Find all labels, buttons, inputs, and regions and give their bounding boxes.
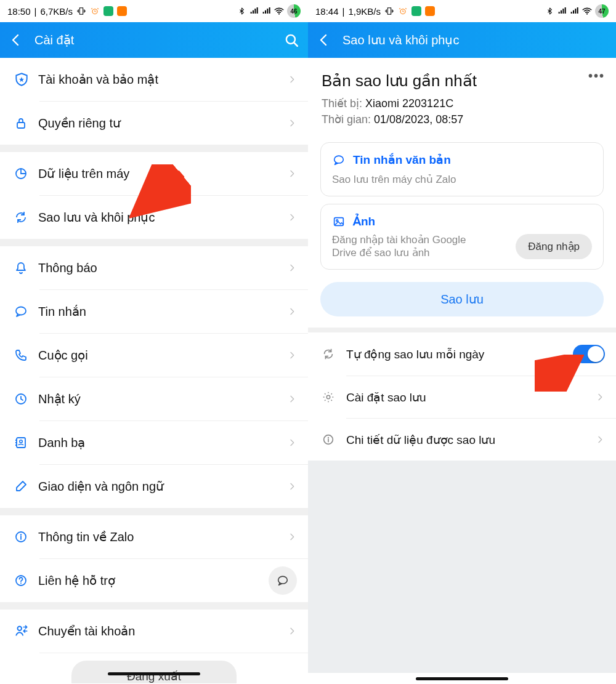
backup-header: Sao lưu và khôi phục <box>308 22 616 58</box>
search-icon[interactable] <box>283 32 299 48</box>
status-bar: 18:50 | 6,7KB/s 46 <box>0 0 308 22</box>
chevron-right-icon <box>287 118 297 128</box>
phone-icon <box>14 348 38 363</box>
chat-shortcut-icon[interactable] <box>269 566 297 595</box>
row-support[interactable]: Liên hệ hỗ trợ <box>0 559 308 602</box>
wifi-icon <box>274 6 285 17</box>
row-notification[interactable]: Thông báo <box>0 246 308 289</box>
app-badge-icon <box>425 6 435 16</box>
image-icon <box>332 215 346 228</box>
bell-icon <box>14 260 38 275</box>
header-title: Cài đặt <box>34 33 272 47</box>
status-net: 1,9KB/s <box>348 6 381 17</box>
message-icon <box>332 153 346 167</box>
brush-icon <box>14 479 38 494</box>
row-data-on-device[interactable]: Dữ liệu trên máy <box>0 152 308 195</box>
alarm-icon <box>398 6 408 16</box>
info-icon <box>14 529 38 544</box>
auto-backup-toggle[interactable] <box>573 345 605 363</box>
header-title: Sao lưu và khôi phục <box>342 33 607 47</box>
pie-icon <box>14 166 38 181</box>
row-backup-detail[interactable]: Chi tiết dữ liệu được sao lưu <box>308 419 616 461</box>
settings-header: Cài đặt <box>0 22 308 58</box>
signal-icon <box>569 6 579 16</box>
gear-icon <box>322 390 346 404</box>
app-badge-icon <box>411 6 421 16</box>
sync-icon <box>322 347 346 361</box>
vibrate-icon <box>384 6 394 16</box>
login-button[interactable]: Đăng nhập <box>516 234 592 259</box>
right-phone: 18:44 | 1,9KB/s 47 Sao lưu và khôi phục … <box>308 0 616 684</box>
backup-button[interactable]: Sao lưu <box>320 282 604 316</box>
status-net: 6,7KB/s <box>40 6 73 17</box>
row-backup-settings[interactable]: Cài đặt sao lưu <box>308 376 616 418</box>
sync-icon <box>14 210 38 225</box>
row-auto-backup[interactable]: Tự động sao lưu mỗi ngày <box>308 332 616 376</box>
message-icon <box>14 304 38 319</box>
chevron-right-icon <box>287 169 297 179</box>
chevron-right-icon <box>595 435 605 445</box>
vibrate-icon <box>76 6 86 16</box>
row-switch-account[interactable]: Chuyển tài khoản <box>0 610 308 653</box>
wifi-icon <box>582 6 593 17</box>
alarm-icon <box>90 6 100 16</box>
card-text-messages[interactable]: Tin nhắn văn bản Sao lưu trên máy chủ Za… <box>320 142 604 196</box>
row-diary[interactable]: Nhật ký <box>0 377 308 420</box>
empty-area <box>308 461 616 673</box>
status-time: 18:50 <box>7 6 31 17</box>
row-backup-restore[interactable]: Sao lưu và khôi phục <box>0 196 308 239</box>
last-backup-section: ••• Bản sao lưu gần nhất Thiết bị: Xiaom… <box>308 58 616 135</box>
card-photos: Ảnh Đăng nhập tài khoản Google Drive để … <box>320 204 604 270</box>
chevron-right-icon <box>287 532 297 542</box>
status-time: 18:44 <box>315 6 339 17</box>
app-badge-icon <box>103 6 113 16</box>
nav-indicator <box>416 677 508 680</box>
chevron-right-icon <box>287 481 297 491</box>
lock-icon <box>14 116 38 131</box>
chevron-right-icon <box>595 392 605 402</box>
chevron-right-icon <box>287 350 297 360</box>
row-about[interactable]: Thông tin về Zalo <box>0 515 308 558</box>
contacts-icon <box>14 435 38 450</box>
row-ui-language[interactable]: Giao diện và ngôn ngữ <box>0 465 308 508</box>
chevron-right-icon <box>287 438 297 448</box>
chevron-right-icon <box>287 626 297 636</box>
chevron-right-icon <box>287 263 297 273</box>
section-heading: Bản sao lưu gần nhất <box>322 71 602 91</box>
shield-icon <box>14 71 38 87</box>
app-badge-icon <box>117 6 127 16</box>
time-meta: Thời gian: 01/08/2023, 08:57 <box>322 113 602 126</box>
clock-icon <box>14 392 38 406</box>
chevron-right-icon <box>287 394 297 404</box>
back-icon[interactable] <box>9 33 23 47</box>
battery-indicator: 47 <box>595 4 609 18</box>
signal-icon <box>557 6 567 16</box>
chevron-right-icon <box>287 307 297 316</box>
row-calls[interactable]: Cuộc gọi <box>0 334 308 377</box>
battery-indicator: 46 <box>287 4 301 18</box>
info-icon <box>322 433 346 446</box>
bluetooth-icon <box>546 7 554 15</box>
chevron-right-icon <box>287 212 297 222</box>
help-icon <box>14 573 38 588</box>
row-privacy[interactable]: Quyền riêng tư <box>0 102 308 145</box>
signal-icon <box>249 6 259 16</box>
signal-icon <box>261 6 271 16</box>
swap-user-icon <box>14 623 38 639</box>
back-icon[interactable] <box>317 33 331 47</box>
left-phone: 18:50 | 6,7KB/s 46 Cài đặt Tài khoản và … <box>0 0 308 684</box>
chevron-right-icon <box>287 74 297 84</box>
status-bar: 18:44 | 1,9KB/s 47 <box>308 0 616 22</box>
row-account-security[interactable]: Tài khoản và bảo mật <box>0 58 308 101</box>
device-meta: Thiết bị: Xiaomi 2203121C <box>322 97 602 110</box>
row-messages[interactable]: Tin nhắn <box>0 290 308 333</box>
more-icon[interactable]: ••• <box>588 69 605 83</box>
row-contacts[interactable]: Danh bạ <box>0 421 308 464</box>
bluetooth-icon <box>238 7 246 15</box>
nav-indicator <box>108 672 200 675</box>
